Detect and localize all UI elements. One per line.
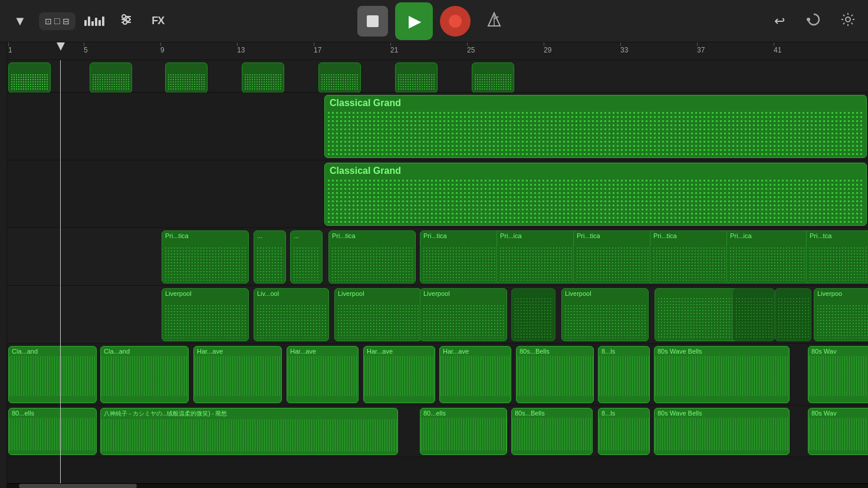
clip-label-liverpool-1: Liverpool	[162, 289, 248, 298]
clip-bottom-6[interactable]: 80s Wave Bells	[654, 408, 790, 455]
clip-bottom-4[interactable]: 80s...Bells	[511, 408, 593, 455]
ruler-mark-21: 21	[390, 46, 398, 54]
clip-label-classical-1: Classical Grand	[325, 95, 866, 111]
clip-har-3[interactable]: Har...ave	[363, 346, 435, 403]
clip-label-liverpool-4: Liverpool	[420, 289, 507, 298]
clip-1-6[interactable]	[395, 62, 438, 93]
clip-classical-grand-2[interactable]: Classical Grand	[324, 163, 867, 226]
clip-bottom-3[interactable]: 80...ells	[420, 408, 507, 455]
clip-label-liverpool-7	[655, 289, 741, 291]
scrollbar[interactable]	[7, 483, 868, 488]
clip-cla-2[interactable]: Cla...and	[100, 346, 189, 403]
clip-classical-grand-1[interactable]: Classical Grand	[324, 95, 867, 158]
undo-button[interactable]: ↩	[767, 8, 793, 34]
toolbar: ▼ ⊡ □ ⊟	[0, 0, 868, 42]
clip-pri-6[interactable]: Pri...ica	[497, 230, 584, 283]
ruler-mark-25: 25	[467, 46, 475, 54]
redo-icon	[806, 12, 821, 30]
clip-label-liverpool-9	[775, 289, 811, 291]
main-content: 1 5 9 13 17 21 25 29 33 37 41	[7, 42, 868, 488]
clip-label-liverpool-2: Liv...ool	[254, 289, 328, 298]
clip-label-pri-6: Pri...ica	[497, 231, 583, 240]
clip-har-4[interactable]: Har...ave	[439, 346, 511, 403]
eq-button[interactable]	[113, 8, 139, 34]
clip-pri-2[interactable]: ...	[254, 230, 286, 283]
clip-pri-8[interactable]: Pri...tica	[650, 230, 737, 283]
mixer-icon	[84, 17, 104, 26]
clip-bottom-2[interactable]: 八神純子 - カシミヤの...绒般温柔的微笑) - 廃愁	[100, 408, 398, 455]
clip-1-5[interactable]	[318, 62, 361, 93]
clip-label-bottom-2: 八神純子 - カシミヤの...绒般温柔的微笑) - 廃愁	[101, 408, 397, 419]
clip-bottom-1[interactable]: 80...ells	[8, 408, 97, 455]
clip-label-80s-2: 8...ls	[599, 347, 649, 356]
clip-label-classical-2: Classical Grand	[325, 163, 866, 179]
clip-pri-1[interactable]: Pri...tica	[162, 230, 249, 283]
clip-liverpool-3[interactable]: Liverpool	[334, 288, 422, 341]
metronome-button[interactable]	[478, 5, 511, 38]
redo-button[interactable]	[801, 8, 827, 34]
tracks-area: Classical Grand Classical Grand	[7, 60, 868, 483]
tracks-button[interactable]: ⊡ □ ⊟	[39, 12, 75, 30]
clip-1-3[interactable]	[165, 62, 208, 93]
clip-1-4[interactable]	[242, 62, 284, 93]
left-panel	[0, 42, 7, 488]
clip-cla-1[interactable]: Cla...and	[8, 346, 97, 403]
clip-label-bottom-6: 80s Wave Bells	[655, 408, 789, 418]
scrollbar-thumb[interactable]	[19, 484, 137, 488]
clip-liverpool-4[interactable]: Liverpool	[420, 288, 507, 341]
fx-button[interactable]: FX	[145, 8, 171, 34]
clip-1-7[interactable]	[472, 62, 514, 93]
timeline-container: 1 5 9 13 17 21 25 29 33 37 41	[0, 42, 868, 488]
svg-point-3	[122, 15, 126, 18]
clip-liverpool-5[interactable]	[511, 288, 555, 341]
clip-1-1[interactable]	[8, 62, 51, 93]
tracks-icon: ⊡	[45, 17, 52, 26]
clip-label-bottom-5: 8...ls	[599, 408, 649, 418]
dropdown-button[interactable]: ▼	[7, 8, 33, 34]
svg-point-10	[846, 17, 850, 22]
clip-80s-wave-1[interactable]: 80s Wave Bells	[654, 346, 790, 403]
clip-label-pri-8: Pri...tica	[650, 231, 737, 240]
mixer-button[interactable]	[81, 8, 107, 34]
clip-label-pri-5: Pri...tica	[420, 231, 507, 240]
stop-button[interactable]	[357, 6, 388, 37]
clip-label-pri-1: Pri...tica	[162, 231, 248, 240]
ruler-marks: 1 5 9 13 17 21 25 29 33 37 41	[7, 42, 868, 60]
clip-liverpool-6[interactable]: Liverpool	[561, 288, 649, 341]
clip-label-bottom-4: 80s...Bells	[512, 408, 592, 418]
clip-bottom-7[interactable]: 80s Wav	[808, 408, 868, 455]
ruler-mark-29: 29	[544, 46, 551, 54]
clip-pri-3[interactable]: ...	[290, 230, 323, 283]
clip-liverpool-9[interactable]	[775, 288, 811, 341]
clip-liverpool-2[interactable]: Liv...ool	[254, 288, 329, 341]
settings-button[interactable]	[835, 8, 861, 34]
clip-label-pri-4: Pri...tica	[329, 231, 415, 240]
track-row-3-classical: Classical Grand	[7, 160, 868, 228]
clip-pri-10[interactable]: Pri...tca	[806, 230, 868, 283]
clip-80s-2[interactable]: 8...ls	[598, 346, 650, 403]
clip-liverpool-8[interactable]	[732, 288, 775, 341]
clip-liverpool-7[interactable]	[655, 288, 742, 341]
playhead[interactable]	[60, 42, 61, 60]
clip-liverpool-10[interactable]: Liverpoo	[814, 288, 868, 341]
clip-label-har-2: Har...ave	[287, 347, 358, 356]
clip-pri-5[interactable]: Pri...tica	[420, 230, 507, 283]
svg-point-5	[123, 21, 127, 24]
ruler-mark-9: 9	[160, 46, 165, 54]
play-button[interactable]	[395, 2, 433, 40]
clip-label-liverpool-10: Liverpoo	[814, 289, 868, 298]
clip-pri-9[interactable]: Pri...ica	[726, 230, 814, 283]
record-button[interactable]	[440, 6, 471, 37]
clip-1-2[interactable]	[90, 62, 132, 93]
clip-har-1[interactable]: Har...ave	[193, 346, 282, 403]
clip-80s-wav-1[interactable]: 80s Wav	[808, 346, 868, 403]
clip-pri-7[interactable]: Pri...tica	[573, 230, 660, 283]
clip-liverpool-1[interactable]: Liverpool	[162, 288, 249, 341]
svg-point-9	[807, 18, 810, 21]
clip-label-har-1: Har...ave	[194, 347, 281, 356]
clip-har-2[interactable]: Har...ave	[287, 346, 359, 403]
clip-80s-1[interactable]: 80s...Bells	[516, 346, 594, 403]
clip-pri-4[interactable]: Pri...tica	[328, 230, 416, 283]
settings-icon	[840, 12, 856, 30]
clip-bottom-5[interactable]: 8...ls	[598, 408, 650, 455]
